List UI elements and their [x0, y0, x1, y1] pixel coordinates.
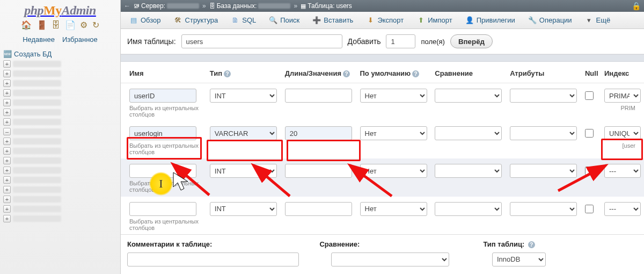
- expand-icon[interactable]: +: [3, 60, 11, 68]
- db-tree-item[interactable]: –: [3, 127, 118, 136]
- reload-icon[interactable]: ↻: [92, 20, 99, 30]
- expand-icon[interactable]: +: [3, 157, 11, 164]
- expand-icon[interactable]: +: [3, 99, 11, 106]
- column-type-select[interactable]: INT: [210, 164, 277, 178]
- lock-icon[interactable]: 🔒: [632, 2, 641, 10]
- tab-sql[interactable]: 🗎SQL: [225, 14, 261, 26]
- db-tree-item[interactable]: +: [3, 175, 118, 185]
- tab-search[interactable]: 🔍Поиск: [264, 14, 305, 26]
- db-tree-item[interactable]: +: [3, 78, 118, 88]
- help-icon[interactable]: ?: [343, 70, 350, 77]
- column-attributes-select[interactable]: [510, 164, 577, 178]
- expand-icon[interactable]: +: [3, 138, 11, 145]
- column-attributes-select[interactable]: [510, 202, 577, 216]
- db-tree-item[interactable]: +: [3, 194, 118, 204]
- breadcrumb-table[interactable]: ▦ Таблица: users: [301, 2, 352, 10]
- breadcrumb-database[interactable]: 🗄 База данных:: [209, 2, 291, 10]
- help-icon[interactable]: ?: [412, 70, 419, 77]
- logout-icon[interactable]: 🚪: [36, 20, 47, 30]
- expand-icon[interactable]: +: [3, 80, 11, 87]
- table-collation-select[interactable]: [331, 253, 449, 266]
- tab-operations[interactable]: 🔧Операции: [523, 14, 577, 26]
- column-default-select[interactable]: Нет: [360, 202, 427, 216]
- favorites-tab[interactable]: Избранное: [62, 35, 98, 44]
- expand-icon[interactable]: +: [3, 118, 11, 126]
- db-tree-item[interactable]: +: [3, 69, 118, 78]
- db-tree-item[interactable]: +: [3, 165, 118, 175]
- gear-icon[interactable]: ⚙: [80, 20, 87, 30]
- column-collation-select[interactable]: [435, 126, 502, 140]
- db-tree-item[interactable]: +: [3, 185, 118, 194]
- column-collation-select[interactable]: [435, 202, 502, 216]
- column-length-input[interactable]: [285, 126, 352, 140]
- db-tree-item[interactable]: +: [3, 59, 118, 69]
- help-icon[interactable]: ?: [224, 70, 231, 77]
- central-columns-hint[interactable]: Выбрать из центральных столбцов: [129, 180, 203, 193]
- column-type-select[interactable]: VARCHAR: [210, 126, 277, 140]
- collapse-icon[interactable]: –: [3, 128, 11, 135]
- central-columns-hint[interactable]: Выбрать из центральных столбцов: [129, 142, 203, 155]
- column-default-select[interactable]: Нет: [360, 126, 427, 140]
- column-index-select[interactable]: UNIQUE: [604, 126, 641, 140]
- db-tree-item[interactable]: +: [3, 214, 118, 223]
- expand-icon[interactable]: +: [3, 109, 11, 116]
- docs-icon[interactable]: 📄: [65, 20, 76, 30]
- column-name-input[interactable]: [129, 202, 196, 216]
- breadcrumb-hide-arrow[interactable]: ←: [124, 2, 130, 10]
- expand-icon[interactable]: +: [3, 167, 11, 174]
- help-icon[interactable]: ?: [528, 241, 535, 248]
- db-tree-item[interactable]: +: [3, 136, 118, 146]
- column-null-checkbox[interactable]: [585, 205, 594, 213]
- recent-tab[interactable]: Недавнее: [23, 35, 55, 44]
- create-db-link[interactable]: 🆕 Создать БД: [3, 49, 118, 59]
- column-length-input[interactable]: [285, 202, 352, 216]
- column-type-select[interactable]: INT: [210, 89, 277, 103]
- db-tree-item[interactable]: +: [3, 156, 118, 165]
- go-button[interactable]: Вперёд: [450, 34, 493, 48]
- column-null-checkbox[interactable]: [585, 91, 594, 100]
- db-tree-item[interactable]: +: [3, 117, 118, 127]
- tab-import[interactable]: ⬆Импорт: [411, 14, 457, 26]
- column-name-input[interactable]: [129, 89, 196, 103]
- table-name-input[interactable]: [181, 34, 342, 48]
- column-null-checkbox[interactable]: [585, 167, 594, 175]
- column-attributes-select[interactable]: [510, 89, 577, 103]
- sql-icon[interactable]: 🗄: [52, 20, 60, 30]
- column-collation-select[interactable]: [435, 89, 502, 103]
- expand-icon[interactable]: +: [3, 89, 11, 97]
- tab-structure[interactable]: 🛠Структура: [169, 14, 224, 26]
- db-tree-item[interactable]: +: [3, 146, 118, 156]
- column-length-input[interactable]: [285, 164, 352, 178]
- expand-icon[interactable]: +: [3, 176, 11, 184]
- expand-icon[interactable]: +: [3, 205, 11, 213]
- add-columns-count-input[interactable]: [386, 34, 415, 48]
- column-collation-select[interactable]: [435, 164, 502, 178]
- expand-icon[interactable]: +: [3, 196, 11, 203]
- breadcrumb-server[interactable]: 🖳 Сервер:: [134, 2, 199, 10]
- column-index-select[interactable]: ---: [604, 164, 641, 178]
- column-length-input[interactable]: [285, 89, 352, 103]
- expand-icon[interactable]: +: [3, 147, 11, 155]
- column-index-select[interactable]: ---: [604, 202, 641, 216]
- db-tree-item[interactable]: +: [3, 98, 118, 107]
- logo[interactable]: phpMyAdmin: [0, 2, 120, 18]
- table-comments-input[interactable]: [127, 253, 299, 266]
- column-default-select[interactable]: Нет: [360, 164, 427, 178]
- db-tree-item[interactable]: +: [3, 204, 118, 214]
- home-icon[interactable]: 🏠: [21, 20, 32, 30]
- expand-icon[interactable]: +: [3, 70, 11, 77]
- expand-icon[interactable]: +: [3, 215, 11, 222]
- central-columns-hint[interactable]: Выбрать из центральных столбцов: [129, 105, 203, 118]
- db-tree-item[interactable]: +: [3, 88, 118, 98]
- tab-browse[interactable]: ▤Обзор: [124, 14, 166, 26]
- tab-privileges[interactable]: 👤Привилегии: [460, 14, 521, 26]
- tab-insert[interactable]: ➕Вставить: [307, 14, 358, 26]
- column-null-checkbox[interactable]: [585, 129, 594, 138]
- column-name-input[interactable]: [129, 126, 196, 140]
- column-default-select[interactable]: Нет: [360, 89, 427, 103]
- storage-engine-select[interactable]: InnoDB: [492, 253, 546, 266]
- expand-icon[interactable]: +: [3, 186, 11, 193]
- column-index-select[interactable]: PRIMARY: [604, 89, 641, 103]
- tab-more[interactable]: ▾Ещё: [580, 14, 616, 26]
- column-type-select[interactable]: INT: [210, 202, 277, 216]
